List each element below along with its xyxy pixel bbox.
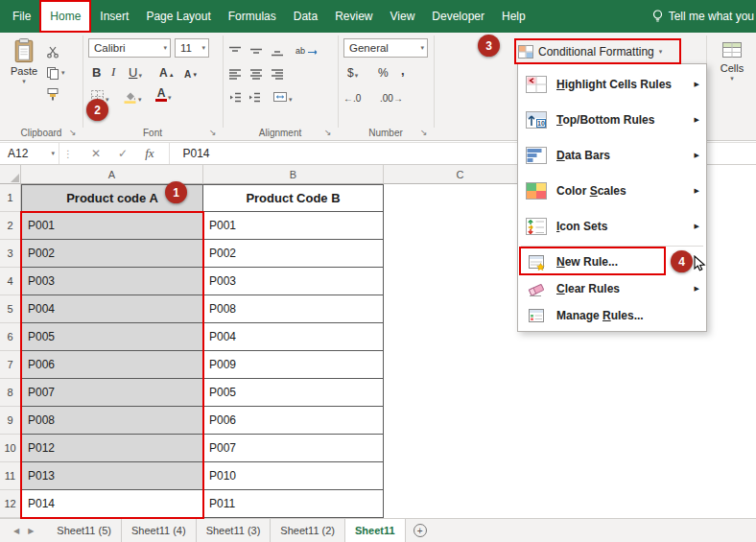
paste-button[interactable]: Paste ▾ <box>6 37 42 85</box>
sheet-tab-sheet11-4[interactable]: Sheet11 (4) <box>122 519 197 542</box>
copy-button[interactable]: ▾ <box>46 64 65 82</box>
cell-C10[interactable] <box>384 435 537 462</box>
comma-style-button[interactable]: , <box>401 60 405 78</box>
decrease-decimal-button[interactable]: .00→ <box>380 86 403 104</box>
italic-button[interactable]: I <box>111 62 115 80</box>
cell-C4[interactable] <box>384 268 537 295</box>
ribbon-tab-view[interactable]: View <box>382 0 424 33</box>
row-header-9[interactable]: 9 <box>0 407 21 435</box>
row-header-1[interactable]: 1 <box>0 184 21 212</box>
wrap-text-button[interactable]: ab <box>295 38 319 56</box>
cell-A4[interactable]: P003 <box>21 268 203 295</box>
bold-button[interactable]: B <box>92 62 101 80</box>
row-header-6[interactable]: 6 <box>0 323 21 351</box>
cell-B6[interactable]: P004 <box>203 323 384 351</box>
cell-A2[interactable]: P001 <box>21 212 203 240</box>
alignment-dialog-launcher-icon[interactable]: ↘ <box>324 128 332 137</box>
sheet-nav-right-icon[interactable]: ▶ <box>28 527 34 535</box>
name-box[interactable]: A12 ▾ <box>0 143 59 164</box>
cells-group-button[interactable]: Cells ▾ <box>712 38 752 82</box>
sheet-tab-sheet11-5[interactable]: Sheet11 (5) <box>47 519 122 542</box>
align-bottom-button[interactable] <box>271 40 284 58</box>
cell-B5[interactable]: P008 <box>203 295 384 323</box>
formula-bar-handle[interactable]: ⋮ <box>59 149 83 159</box>
cell-A5[interactable]: P004 <box>21 295 203 323</box>
ribbon-tab-data[interactable]: Data <box>285 0 326 33</box>
accounting-format-button[interactable]: $ ▾ <box>347 62 358 80</box>
column-header-B[interactable]: B <box>203 165 384 184</box>
ribbon-tab-insert[interactable]: Insert <box>91 0 137 33</box>
cancel-icon[interactable]: ✕ <box>83 147 109 160</box>
cell-A10[interactable]: P012 <box>21 435 203 462</box>
clipboard-dialog-launcher-icon[interactable]: ↘ <box>69 128 77 137</box>
menu-item-highlight-cells-rules[interactable]: Highlight Cells Rules ▶ <box>518 66 706 102</box>
align-middle-button[interactable] <box>249 40 263 58</box>
insert-function-button[interactable]: fx <box>136 146 162 161</box>
sheet-tab-sheet11-3[interactable]: Sheet11 (3) <box>197 519 272 542</box>
cell-C2[interactable] <box>384 212 537 240</box>
menu-item-data-bars[interactable]: Data Bars ▶ <box>518 137 706 173</box>
cell-C12[interactable] <box>384 490 537 518</box>
format-painter-button[interactable] <box>46 85 59 103</box>
cell-B7[interactable]: P009 <box>203 351 384 379</box>
sheet-tab-sheet11[interactable]: Sheet11 <box>345 519 406 542</box>
ribbon-tab-review[interactable]: Review <box>326 0 381 33</box>
percent-style-button[interactable]: % <box>378 62 389 80</box>
cell-C7[interactable] <box>384 351 537 379</box>
cell-B4[interactable]: P003 <box>203 268 384 295</box>
cell-C5[interactable] <box>384 295 537 323</box>
menu-item-top-bottom-rules[interactable]: 10 Top/Bottom Rules ▶ <box>518 102 706 137</box>
font-name-combo[interactable]: Calibri ▾ <box>88 38 171 58</box>
ribbon-tab-help[interactable]: Help <box>493 0 534 33</box>
fill-color-button[interactable]: ▾ <box>123 86 142 104</box>
underline-button[interactable]: U ▾ <box>129 62 142 80</box>
cell-B2[interactable]: P001 <box>203 212 384 240</box>
align-right-button[interactable] <box>271 63 284 81</box>
cell-A8[interactable]: P007 <box>21 379 203 407</box>
new-sheet-button[interactable]: + <box>413 519 427 542</box>
row-header-2[interactable]: 2 <box>0 212 21 240</box>
menu-item-manage-rules[interactable]: Manage Rules... <box>518 302 706 329</box>
align-left-button[interactable] <box>228 63 242 81</box>
ribbon-tab-developer[interactable]: Developer <box>423 0 493 33</box>
tell-me-box[interactable]: Tell me what you <box>651 0 756 33</box>
font-color-button[interactable]: A ▾ <box>155 84 172 102</box>
row-header-8[interactable]: 8 <box>0 379 21 407</box>
cell-B11[interactable]: P010 <box>203 462 384 490</box>
menu-item-icon-sets[interactable]: Icon Sets ▶ <box>518 208 706 244</box>
align-center-button[interactable] <box>249 63 263 81</box>
cell-B9[interactable]: P006 <box>203 407 384 435</box>
sheet-nav-left-icon[interactable]: ◀ <box>13 527 19 535</box>
sheet-tab-sheet11-2[interactable]: Sheet11 (2) <box>271 519 345 542</box>
cell-C8[interactable] <box>384 379 537 407</box>
column-header-C[interactable]: C <box>384 165 537 184</box>
row-header-3[interactable]: 3 <box>0 240 21 268</box>
number-dialog-launcher-icon[interactable]: ↘ <box>420 128 428 137</box>
decrease-font-size-button[interactable]: A ▼ <box>184 62 198 80</box>
cell-B8[interactable]: P005 <box>203 379 384 407</box>
cell-A6[interactable]: P005 <box>21 323 203 351</box>
cell-B3[interactable]: P002 <box>203 240 384 268</box>
increase-font-size-button[interactable]: A ▲ <box>159 62 175 80</box>
cell-A7[interactable]: P006 <box>21 351 203 379</box>
row-header-4[interactable]: 4 <box>0 268 21 295</box>
font-dialog-launcher-icon[interactable]: ↘ <box>209 128 217 137</box>
row-header-7[interactable]: 7 <box>0 351 21 379</box>
cell-A12[interactable]: P014 <box>21 490 203 518</box>
cell-A11[interactable]: P013 <box>21 462 203 490</box>
ribbon-tab-home[interactable]: Home <box>39 0 91 33</box>
cell-B12[interactable]: P011 <box>203 490 384 518</box>
cell-C3[interactable] <box>384 240 537 268</box>
row-header-10[interactable]: 10 <box>0 435 21 462</box>
cell-A9[interactable]: P008 <box>21 407 203 435</box>
ribbon-tab-page-layout[interactable]: Page Layout <box>137 0 219 33</box>
cell-B1[interactable]: Product Code B <box>203 184 384 212</box>
row-header-11[interactable]: 11 <box>0 462 21 490</box>
cell-C6[interactable] <box>384 323 537 351</box>
cell-C11[interactable] <box>384 462 537 490</box>
menu-item-clear-rules[interactable]: Clear Rules ▶ <box>518 275 706 302</box>
align-top-button[interactable] <box>228 40 242 58</box>
number-format-combo[interactable]: General ▾ <box>343 38 428 58</box>
conditional-formatting-button[interactable]: Conditional Formatting ▾ <box>518 41 662 62</box>
increase-decimal-button[interactable]: ←.0 <box>343 86 361 104</box>
